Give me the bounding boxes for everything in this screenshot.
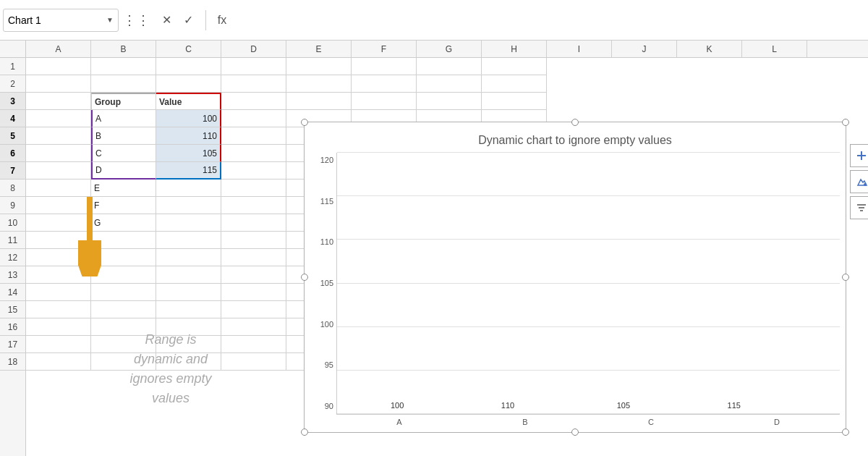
- cell-H2[interactable]: [482, 75, 547, 93]
- cell-D2[interactable]: [221, 75, 286, 93]
- cell-C7[interactable]: 115: [156, 162, 221, 180]
- cell-G1[interactable]: [417, 58, 482, 75]
- cell-A2[interactable]: [26, 75, 91, 93]
- row-6[interactable]: 6: [0, 145, 25, 162]
- row-18[interactable]: 18: [0, 353, 25, 371]
- row-5[interactable]: 5: [0, 127, 25, 145]
- row-2[interactable]: 2: [0, 75, 25, 93]
- cell-C3-header[interactable]: Value: [156, 93, 221, 110]
- cell-A16[interactable]: [26, 318, 91, 336]
- cell-A18[interactable]: [26, 353, 91, 371]
- cell-B14[interactable]: [91, 284, 156, 301]
- resize-handle-ml[interactable]: [301, 274, 308, 281]
- col-header-F[interactable]: F: [352, 41, 417, 57]
- cell-B5[interactable]: B: [91, 127, 156, 145]
- col-header-E[interactable]: E: [286, 41, 352, 57]
- cell-D15[interactable]: [221, 301, 286, 318]
- cell-B7[interactable]: D: [91, 162, 156, 180]
- col-header-J[interactable]: J: [612, 41, 677, 57]
- cell-H3[interactable]: [482, 93, 547, 110]
- col-header-B[interactable]: B: [91, 41, 156, 57]
- cell-C2[interactable]: [156, 75, 221, 93]
- cell-C5[interactable]: 110: [156, 127, 221, 145]
- col-header-K[interactable]: K: [677, 41, 742, 57]
- row-4[interactable]: 4: [0, 110, 25, 127]
- cell-F2[interactable]: [352, 75, 417, 93]
- cell-C13[interactable]: [156, 266, 221, 284]
- cell-D4[interactable]: [221, 110, 286, 127]
- row-11[interactable]: 11: [0, 232, 25, 249]
- resize-handle-mr[interactable]: [842, 274, 849, 281]
- cell-D12[interactable]: [221, 249, 286, 266]
- cell-B8[interactable]: E: [91, 180, 156, 197]
- col-header-L[interactable]: L: [742, 41, 807, 57]
- row-17[interactable]: 17: [0, 336, 25, 353]
- cell-C1[interactable]: [156, 58, 221, 75]
- resize-handle-tm[interactable]: [571, 119, 579, 126]
- cell-C9[interactable]: [156, 197, 221, 214]
- resize-handle-tr[interactable]: [842, 119, 849, 126]
- resize-handle-bl[interactable]: [301, 428, 308, 436]
- cell-C14[interactable]: [156, 284, 221, 301]
- cell-E3[interactable]: [286, 93, 352, 110]
- cell-D6[interactable]: [221, 145, 286, 162]
- cell-D11[interactable]: [221, 232, 286, 249]
- row-7[interactable]: 7: [0, 162, 25, 180]
- col-header-I[interactable]: I: [547, 41, 612, 57]
- col-header-A[interactable]: A: [26, 41, 91, 57]
- cell-D9[interactable]: [221, 197, 286, 214]
- cell-C6[interactable]: 105: [156, 145, 221, 162]
- cell-A8[interactable]: [26, 180, 91, 197]
- col-header-G[interactable]: G: [417, 41, 482, 57]
- col-header-C[interactable]: C: [156, 41, 221, 57]
- resize-handle-tl[interactable]: [301, 119, 308, 126]
- fx-button[interactable]: fx: [212, 10, 232, 30]
- cell-B3-header[interactable]: Group: [91, 93, 156, 110]
- row-9[interactable]: 9: [0, 197, 25, 214]
- cell-A17[interactable]: [26, 336, 91, 353]
- row-1[interactable]: 1: [0, 58, 25, 75]
- cell-A1[interactable]: [26, 58, 91, 75]
- name-box[interactable]: Chart 1 ▼: [3, 9, 119, 32]
- row-10[interactable]: 10: [0, 214, 25, 232]
- resize-handle-br[interactable]: [842, 428, 849, 436]
- cell-D5[interactable]: [221, 127, 286, 145]
- cell-D7[interactable]: [221, 162, 286, 180]
- cell-A6[interactable]: [26, 145, 91, 162]
- cell-B15[interactable]: [91, 301, 156, 318]
- confirm-button[interactable]: ✓: [178, 10, 198, 30]
- cell-F3[interactable]: [352, 93, 417, 110]
- cell-D1[interactable]: [221, 58, 286, 75]
- cell-A7[interactable]: [26, 162, 91, 180]
- cancel-button[interactable]: ✕: [156, 10, 176, 30]
- row-3[interactable]: 3: [0, 93, 25, 110]
- col-header-D[interactable]: D: [221, 41, 286, 57]
- cell-B1[interactable]: [91, 58, 156, 75]
- cell-C4[interactable]: 100: [156, 110, 221, 127]
- cell-A5[interactable]: [26, 127, 91, 145]
- cell-G2[interactable]: [417, 75, 482, 93]
- cell-D10[interactable]: [221, 214, 286, 232]
- cell-D8[interactable]: [221, 180, 286, 197]
- cell-C10[interactable]: [156, 214, 221, 232]
- row-12[interactable]: 12: [0, 249, 25, 266]
- cell-E1[interactable]: [286, 58, 352, 75]
- resize-handle-bm[interactable]: [571, 428, 579, 436]
- chart-add-elements-button[interactable]: [850, 144, 868, 167]
- cell-A3[interactable]: [26, 93, 91, 110]
- row-14[interactable]: 14: [0, 284, 25, 301]
- row-15[interactable]: 15: [0, 301, 25, 318]
- row-16[interactable]: 16: [0, 318, 25, 336]
- col-header-H[interactable]: H: [482, 41, 547, 57]
- cell-C8[interactable]: [156, 180, 221, 197]
- cell-F1[interactable]: [352, 58, 417, 75]
- formula-input[interactable]: [234, 14, 865, 26]
- cell-A14[interactable]: [26, 284, 91, 301]
- chart-styles-button[interactable]: [850, 170, 868, 193]
- cell-H1[interactable]: [482, 58, 547, 75]
- cell-C15[interactable]: [156, 301, 221, 318]
- chart-container[interactable]: Dynamic chart to ignore empty values 120…: [304, 122, 846, 433]
- cell-A4[interactable]: [26, 110, 91, 127]
- chart-filters-button[interactable]: [850, 196, 868, 219]
- cell-C11[interactable]: [156, 232, 221, 249]
